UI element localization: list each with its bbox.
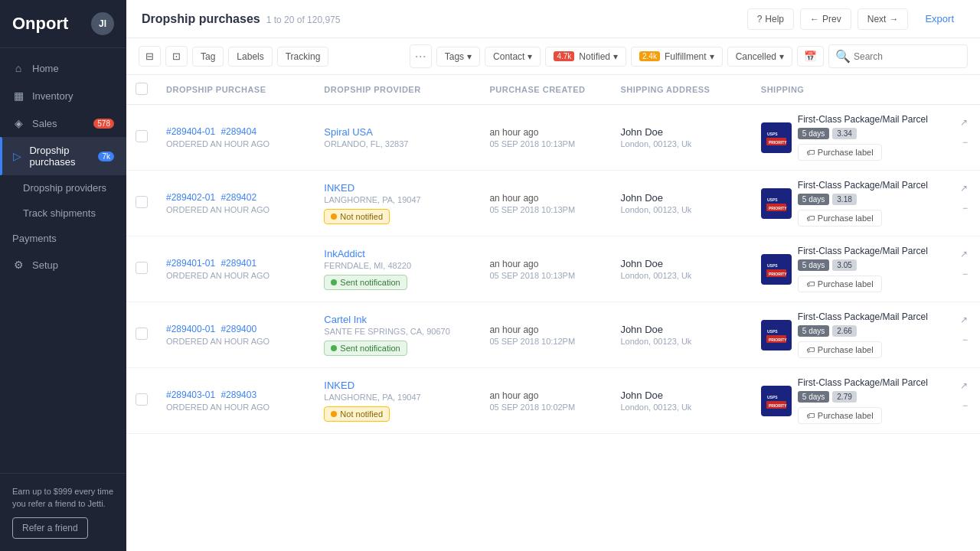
provider-address: LANGHORNE, PA, 19047 <box>324 393 471 402</box>
minus-icon[interactable]: − <box>959 397 971 414</box>
external-link-icon[interactable]: ↗ <box>957 377 971 394</box>
row-checkbox[interactable] <box>136 262 148 274</box>
purchase-label-button[interactable]: 🏷 Purchase label <box>798 144 882 161</box>
order-id-link[interactable]: #289403 <box>220 390 256 400</box>
sidebar-item-track-shipments[interactable]: Track shipments <box>0 201 126 226</box>
customer-name: John Doe <box>620 390 742 401</box>
customer-name: John Doe <box>620 258 742 269</box>
export-button[interactable]: Export <box>914 8 965 29</box>
purchases-table-container: DROPSHIP PURCHASE DROPSHIP PROVIDER PURC… <box>126 75 980 551</box>
search-input[interactable] <box>854 51 961 62</box>
provider-address: LANGHORNE, PA, 19047 <box>324 195 471 204</box>
purchase-label-button[interactable]: 🏷 Purchase label <box>798 407 882 424</box>
toolbar-tag-button[interactable]: Tag <box>192 47 224 67</box>
shipping-row: USPS PRIORITY First-Class Package/Mail P… <box>761 246 928 292</box>
sidebar-item-dropship-providers[interactable]: Dropship providers <box>0 175 126 201</box>
external-link-icon[interactable]: ↗ <box>957 311 971 328</box>
toolbar-tracking-button[interactable]: Tracking <box>277 47 329 67</box>
purchase-label-button[interactable]: 🏷 Purchase label <box>798 341 882 358</box>
more-options-button[interactable]: ··· <box>410 44 432 68</box>
created-time: an hour ago <box>489 193 602 204</box>
chevron-down-icon: ▾ <box>613 51 618 62</box>
row-checkbox[interactable] <box>136 328 148 340</box>
chevron-down-icon: ▾ <box>528 51 532 62</box>
select-all-checkbox[interactable] <box>136 83 148 95</box>
price-tag: 3.05 <box>832 259 856 271</box>
order-id-link[interactable]: #289400 <box>220 324 256 334</box>
purchase-label-button[interactable]: 🏷 Purchase label <box>798 210 882 227</box>
toolbar-move-button[interactable]: ⊡ <box>165 46 188 67</box>
row-checkbox[interactable] <box>136 393 148 406</box>
address-cell: John Doe London, 00123, Uk <box>611 302 751 368</box>
ordered-time: ORDERED AN HOUR AGO <box>166 271 305 280</box>
external-link-icon[interactable]: ↗ <box>957 114 971 131</box>
customer-location: London, 00123, Uk <box>620 205 742 214</box>
notification-badge: Not notified <box>324 406 390 422</box>
minus-icon[interactable]: − <box>959 134 971 151</box>
shipping-tags: 5 days 2.79 <box>798 391 928 403</box>
days-tag: 5 days <box>798 128 829 139</box>
home-icon: ⌂ <box>12 62 24 74</box>
purchase-id-link[interactable]: #289403-01 <box>166 390 215 400</box>
notified-filter[interactable]: 4.7k Notified ▾ <box>545 47 626 67</box>
purchase-id-link[interactable]: #289400-01 <box>166 324 215 334</box>
calendar-button[interactable]: 📅 <box>797 46 824 67</box>
tags-filter[interactable]: Tags ▾ <box>436 47 480 67</box>
chevron-down-icon: ▾ <box>467 51 472 62</box>
help-icon: ? <box>757 14 763 24</box>
minus-icon[interactable]: − <box>959 331 971 348</box>
order-id-link[interactable]: #289401 <box>220 258 256 269</box>
sidebar-item-setup[interactable]: ⚙ Setup <box>0 251 126 279</box>
customer-name: John Doe <box>620 126 742 138</box>
refer-friend-button[interactable]: Refer a friend <box>12 517 88 539</box>
active-indicator <box>0 137 2 175</box>
next-button[interactable]: Next → <box>858 8 909 30</box>
purchase-label-button[interactable]: 🏷 Purchase label <box>798 276 882 292</box>
sidebar-item-dropship-purchases[interactable]: ▷ Dropship purchases 7k <box>0 137 126 175</box>
cancelled-filter[interactable]: Cancelled ▾ <box>727 47 792 67</box>
shipping-cell: USPS PRIORITY First-Class Package/Mail P… <box>752 368 980 434</box>
external-link-icon[interactable]: ↗ <box>957 246 971 262</box>
svg-text:PRIORITY: PRIORITY <box>769 403 787 408</box>
row-checkbox[interactable] <box>136 196 148 208</box>
sidebar-item-payments[interactable]: Payments <box>0 226 126 251</box>
contact-filter[interactable]: Contact ▾ <box>485 47 541 67</box>
toolbar-labels-button[interactable]: Labels <box>228 47 272 67</box>
calendar-icon: 📅 <box>804 51 817 62</box>
shipping-info: First-Class Package/Mail Parcel 5 days 2… <box>798 311 928 358</box>
prev-button[interactable]: ← Prev <box>800 8 851 30</box>
toolbar-archive-button[interactable]: ⊟ <box>139 46 161 67</box>
order-id-link[interactable]: #289404 <box>220 126 256 137</box>
shipping-cell: USPS PRIORITY First-Class Package/Mail P… <box>752 236 980 302</box>
order-id-link[interactable]: #289402 <box>220 192 256 203</box>
days-tag: 5 days <box>798 259 829 271</box>
help-button[interactable]: ? Help <box>747 8 794 30</box>
svg-text:USPS: USPS <box>767 263 778 268</box>
sidebar-item-sales[interactable]: ◈ Sales 578 <box>0 109 126 137</box>
svg-text:USPS: USPS <box>767 132 778 136</box>
shipping-name: First-Class Package/Mail Parcel <box>798 246 928 256</box>
provider-address: FERNDALE, MI, 48220 <box>324 261 471 270</box>
purchase-id-link[interactable]: #289401-01 <box>166 258 215 269</box>
provider-address: ORLANDO, FL, 32837 <box>324 139 471 148</box>
minus-icon[interactable]: − <box>959 200 971 217</box>
purchase-id-link[interactable]: #289404-01 <box>166 126 215 137</box>
external-link-icon[interactable]: ↗ <box>957 180 971 197</box>
purchase-cell: #289400-01 #289400 ORDERED AN HOUR AGO <box>157 302 315 368</box>
label-icon: 🏷 <box>806 148 815 157</box>
sidebar-item-home[interactable]: ⌂ Home <box>0 54 126 82</box>
purchase-id-link[interactable]: #289402-01 <box>166 192 215 203</box>
provider-name: Spiral USA <box>324 126 471 138</box>
customer-name: John Doe <box>620 192 742 204</box>
next-icon: → <box>889 14 898 24</box>
created-date: 05 SEP 2018 10:12PM <box>489 337 602 346</box>
row-checkbox[interactable] <box>136 130 148 142</box>
sidebar-item-inventory[interactable]: ▦ Inventory <box>0 82 126 109</box>
created-date: 05 SEP 2018 10:13PM <box>489 271 602 280</box>
purchase-cell: #289403-01 #289403 ORDERED AN HOUR AGO <box>157 368 315 434</box>
table-row: #289401-01 #289401 ORDERED AN HOUR AGO I… <box>126 236 980 302</box>
minus-icon[interactable]: − <box>959 266 971 282</box>
avatar[interactable]: JI <box>91 12 114 35</box>
referral-section: Earn up to $999 every time you refer a f… <box>0 473 126 551</box>
fulfillment-filter[interactable]: 2.4k Fulfillment ▾ <box>631 47 723 67</box>
